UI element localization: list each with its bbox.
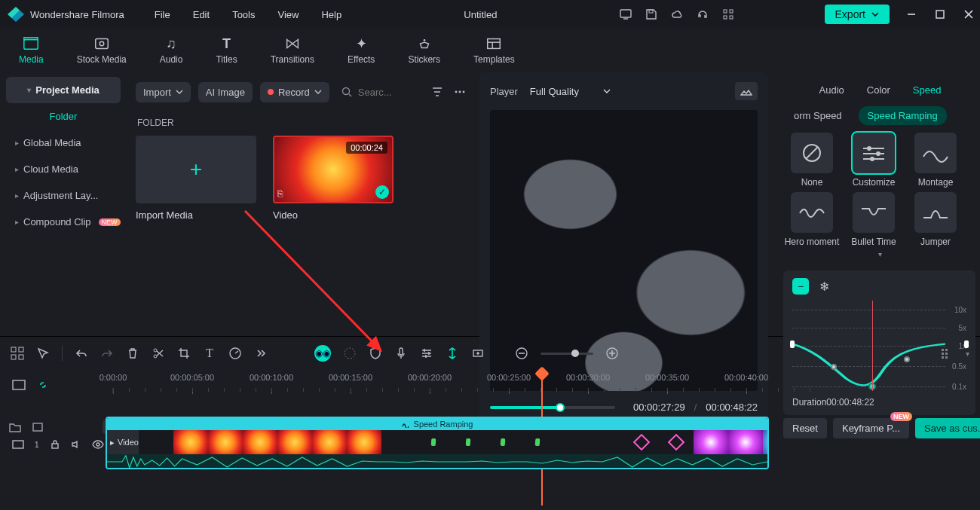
headset-icon[interactable] xyxy=(697,8,709,20)
tab-media[interactable]: Media xyxy=(19,36,44,65)
tab-titles[interactable]: T Titles xyxy=(216,36,237,65)
shield-icon[interactable] xyxy=(369,347,382,360)
tab-transitions[interactable]: Transitions xyxy=(271,36,314,65)
minimize-button[interactable] xyxy=(906,9,917,20)
filter-icon[interactable] xyxy=(431,86,443,98)
svg-line-31 xyxy=(806,147,818,159)
split-button[interactable] xyxy=(152,347,165,360)
preset-hero-moment[interactable]: Hero moment xyxy=(783,192,841,247)
cloud-icon[interactable] xyxy=(671,8,683,20)
sidebar-project-media[interactable]: ▾ Project Media xyxy=(6,77,121,103)
menu-tools[interactable]: Tools xyxy=(232,9,255,20)
sidebar-item-adjustment-layer[interactable]: ▸Adjustment Lay... xyxy=(6,182,121,209)
render-button[interactable] xyxy=(343,347,357,360)
player-label: Player xyxy=(490,86,518,97)
timeline-clip[interactable]: Speed Ramping ▸ Video xyxy=(106,417,769,469)
tab-stickers[interactable]: Stickers xyxy=(408,36,440,65)
menu-edit[interactable]: Edit xyxy=(193,9,210,20)
preset-jumper[interactable]: Jumper xyxy=(907,192,964,247)
view-options-button[interactable] xyxy=(940,347,954,360)
sidebar-item-compound-clip[interactable]: ▸Compound ClipNEW xyxy=(6,209,121,235)
media-search[interactable] xyxy=(337,87,424,98)
more-tools-button[interactable] xyxy=(254,347,268,360)
speed-button[interactable] xyxy=(228,347,242,360)
tab-audio[interactable]: ♫ Audio xyxy=(160,36,183,65)
preset-montage[interactable]: Montage xyxy=(907,133,964,188)
tab-effects[interactable]: ✦ Effects xyxy=(348,36,375,65)
freeze-frame-icon[interactable]: ❄ xyxy=(819,279,829,294)
subtab-speed-ramping[interactable]: Speed Ramping xyxy=(859,106,947,125)
menu-view[interactable]: View xyxy=(277,9,299,20)
used-check-icon: ✓ xyxy=(375,185,389,199)
menu-help[interactable]: Help xyxy=(321,9,341,20)
audio-mixer-button[interactable] xyxy=(420,347,433,360)
player-quality-select[interactable]: Full Quality xyxy=(530,86,611,97)
svg-rect-38 xyxy=(11,347,16,352)
sidebar-item-global-media[interactable]: ▸Global Media xyxy=(6,130,121,156)
svg-point-45 xyxy=(345,348,355,359)
lock-track-icon[interactable] xyxy=(50,439,60,450)
preset-none[interactable]: None xyxy=(783,133,841,188)
zoom-in-button[interactable] xyxy=(605,347,619,360)
chevron-down-icon xyxy=(871,12,879,17)
zoom-slider[interactable] xyxy=(541,353,593,355)
ai-tools-button[interactable]: ◉◉ xyxy=(314,345,331,362)
expand-presets-button[interactable]: ▾ xyxy=(780,247,980,261)
text-button[interactable]: T xyxy=(203,347,216,360)
display-icon[interactable] xyxy=(620,8,632,20)
link-icon[interactable] xyxy=(36,379,50,391)
voiceover-button[interactable] xyxy=(394,347,408,360)
delete-button[interactable] xyxy=(126,347,139,360)
track-index: 1 xyxy=(35,441,39,449)
search-input[interactable] xyxy=(358,87,418,98)
svg-point-22 xyxy=(463,91,465,93)
snapshot-button[interactable] xyxy=(735,82,758,100)
import-dropdown[interactable]: Import xyxy=(136,82,191,102)
grid-icon[interactable] xyxy=(11,347,24,360)
speed-keyframe[interactable] xyxy=(904,356,910,362)
timeline-mode-icon[interactable] xyxy=(12,379,26,391)
maximize-button[interactable] xyxy=(935,9,945,20)
svg-rect-39 xyxy=(19,347,23,352)
export-label: Export xyxy=(835,8,865,20)
record-dropdown[interactable]: Record xyxy=(260,82,329,102)
speed-handle-start[interactable] xyxy=(790,341,795,348)
titlebar-icons xyxy=(620,8,734,20)
svg-rect-40 xyxy=(11,355,16,359)
zoom-out-button[interactable] xyxy=(515,347,528,360)
select-tool-icon[interactable] xyxy=(36,347,50,360)
tab-color[interactable]: Color xyxy=(867,81,890,99)
redo-button[interactable] xyxy=(100,347,114,360)
sidebar-folder[interactable]: Folder xyxy=(6,103,121,130)
mute-track-icon[interactable] xyxy=(71,439,81,450)
tab-audio[interactable]: Audio xyxy=(819,81,844,99)
speed-keyframe[interactable] xyxy=(831,364,837,370)
marker-button[interactable] xyxy=(446,347,459,360)
keyframe-toggle[interactable]: − xyxy=(792,278,809,295)
crop-button[interactable] xyxy=(177,347,191,360)
save-icon[interactable] xyxy=(645,8,657,20)
import-media-tile[interactable]: + Import Media xyxy=(136,136,256,221)
menu-file[interactable]: File xyxy=(155,9,170,20)
tab-speed[interactable]: Speed xyxy=(913,81,942,99)
undo-button[interactable] xyxy=(75,347,88,360)
chevron-down-icon[interactable]: ▾ xyxy=(966,350,969,358)
subtab-uniform-speed[interactable]: orm Speed xyxy=(785,106,851,125)
ai-image-button[interactable]: AI Image xyxy=(198,82,253,102)
more-icon[interactable] xyxy=(454,86,466,98)
speed-handle-end[interactable] xyxy=(964,341,969,348)
main-tabs: Media Stock Media ♫ Audio T Titles Trans… xyxy=(0,29,980,72)
preset-bullet-time[interactable]: Bullet Time xyxy=(845,192,902,247)
svg-point-43 xyxy=(154,355,157,358)
sidebar-item-cloud-media[interactable]: ▸Cloud Media xyxy=(6,156,121,182)
visible-track-icon[interactable] xyxy=(92,440,104,449)
export-button[interactable]: Export xyxy=(825,5,890,24)
close-button[interactable] xyxy=(963,9,974,20)
preset-customize[interactable]: Customize xyxy=(845,133,902,188)
tab-templates[interactable]: Templates xyxy=(473,36,515,65)
video-clip-tile[interactable]: 00:00:24 ⎘ ✓ Video xyxy=(273,136,394,221)
video-track-icon[interactable] xyxy=(12,439,24,450)
tab-stock-media[interactable]: Stock Media xyxy=(77,36,127,65)
add-track-button[interactable] xyxy=(471,347,485,360)
apps-icon[interactable] xyxy=(722,8,734,20)
